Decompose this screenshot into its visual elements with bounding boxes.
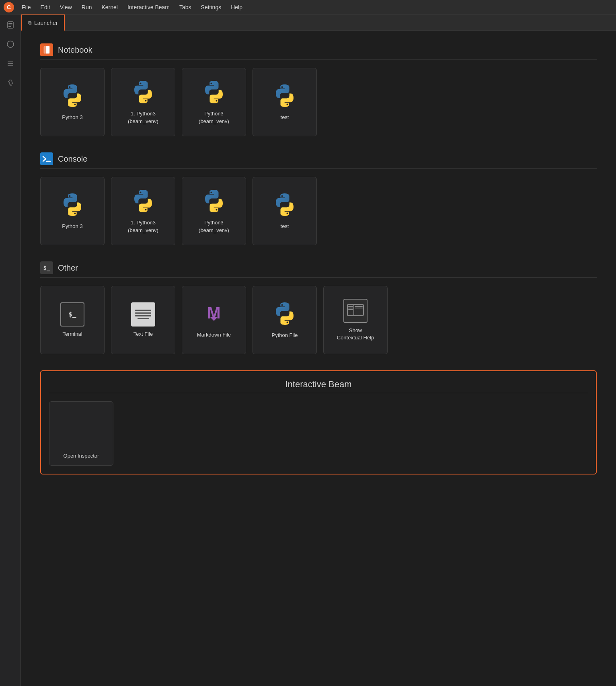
other-section: $_ Other $_ Terminal (40, 261, 597, 354)
console-title: Console (58, 154, 87, 164)
python3-icon (60, 83, 85, 110)
card-label-python3-beam-notebook: Python3(beam_venv) (199, 110, 229, 125)
python3-beam-icon (201, 79, 227, 106)
notebook-icon (40, 43, 53, 56)
kernel-menu[interactable]: Kernel (97, 2, 121, 12)
card-label-pythonfile: Python File (271, 332, 298, 339)
card-contextual-help[interactable]: ShowContextual Help (323, 286, 388, 354)
card-label-textfile: Text File (133, 331, 153, 338)
card-label-open-inspector: Open Inspector (64, 453, 99, 459)
files-icon[interactable] (3, 18, 18, 32)
python3-beam1-icon (130, 79, 156, 106)
notebook-cards: Python 3 1. Python3(beam_venv) Python3(b… (40, 68, 597, 136)
card-python3-console[interactable]: Python 3 (40, 177, 105, 245)
edit-menu[interactable]: Edit (37, 2, 54, 12)
run-menu[interactable]: Run (78, 2, 96, 12)
card-label-python3-beam-console: Python3(beam_venv) (199, 219, 229, 234)
help-menu[interactable]: Help (227, 2, 246, 12)
interactive-beam-divider (49, 393, 588, 393)
tab-external-icon: ⧉ (28, 20, 32, 26)
card-open-inspector[interactable]: Open Inspector (49, 401, 113, 466)
card-label-python3-beam1-notebook: 1. Python3(beam_venv) (128, 110, 158, 125)
svg-rect-7 (8, 62, 13, 62)
python3-console-icon (60, 192, 85, 219)
python3-beam1-console-icon (130, 188, 156, 215)
interactive-beam-title: Interactive Beam (49, 379, 588, 390)
file-menu[interactable]: File (18, 2, 35, 12)
content-area: ⧉ Launcher Notebook (21, 14, 616, 686)
notebook-header: Notebook (40, 43, 597, 56)
card-pythonfile[interactable]: Python File (253, 286, 317, 354)
tabs-menu[interactable]: Tabs (175, 2, 195, 12)
view-menu[interactable]: View (56, 2, 76, 12)
interactive-beam-menu[interactable]: Interactive Beam (123, 2, 174, 12)
other-cards: $_ Terminal Text File (40, 286, 597, 354)
card-terminal[interactable]: $_ Terminal (40, 286, 105, 354)
console-divider (40, 168, 597, 169)
svg-rect-20 (355, 308, 363, 308)
card-test-notebook[interactable]: test (253, 68, 317, 136)
python3-beam-console-icon (201, 188, 227, 215)
interactive-beam-section: Interactive Beam Open Inspector (40, 370, 597, 474)
settings-menu[interactable]: Settings (197, 2, 226, 12)
launcher-content: Notebook Python 3 1. Python3(beam_venv) (21, 31, 616, 686)
card-python3-notebook[interactable]: Python 3 (40, 68, 105, 136)
other-title: Other (58, 263, 78, 273)
card-label-python3-console: Python 3 (62, 223, 82, 230)
card-label-terminal: Terminal (62, 331, 82, 338)
sidebar (0, 14, 21, 686)
card-label-markdown: Markdown File (197, 331, 231, 339)
notebook-title: Notebook (58, 45, 92, 55)
list-icon[interactable] (3, 56, 18, 71)
card-label-test-notebook: test (281, 114, 289, 121)
contextual-help-icon (343, 299, 368, 323)
console-section: Console Python 3 1. Python3(beam_venv) P… (40, 152, 597, 245)
svg-rect-8 (8, 63, 13, 64)
markdown-icon: M (201, 302, 227, 327)
card-label-test-console: test (281, 223, 289, 230)
svg-rect-4 (8, 25, 12, 26)
card-textfile[interactable]: Text File (111, 286, 175, 354)
circle-icon[interactable] (3, 37, 18, 51)
puzzle-icon[interactable] (3, 76, 18, 90)
other-icon: $_ (40, 261, 53, 274)
svg-rect-3 (8, 23, 12, 24)
launcher-tab[interactable]: ⧉ Launcher (21, 14, 65, 31)
notebook-divider (40, 60, 597, 60)
card-label-contextual-help: ShowContextual Help (337, 327, 374, 341)
tab-bar: ⧉ Launcher (21, 14, 616, 31)
test-icon-notebook (272, 83, 298, 110)
svg-point-6 (7, 41, 14, 47)
card-python3-beam1-console[interactable]: 1. Python3(beam_venv) (111, 177, 175, 245)
other-divider (40, 277, 597, 278)
svg-rect-18 (348, 309, 353, 310)
textfile-icon (131, 302, 155, 327)
svg-rect-17 (348, 308, 353, 308)
card-python3-beam-console[interactable]: Python3(beam_venv) (182, 177, 246, 245)
svg-text:C: C (7, 4, 11, 10)
other-header: $_ Other (40, 261, 597, 274)
interactive-beam-cards: Open Inspector (49, 401, 588, 466)
pythonfile-icon (272, 301, 298, 328)
tab-label: Launcher (34, 20, 57, 26)
console-icon (40, 152, 53, 165)
notebook-section: Notebook Python 3 1. Python3(beam_venv) (40, 43, 597, 136)
card-label-python3-beam1-console: 1. Python3(beam_venv) (128, 219, 158, 234)
card-python3-beam-notebook[interactable]: Python3(beam_venv) (182, 68, 246, 136)
card-markdown[interactable]: M Markdown File (182, 286, 246, 354)
card-python3-beam1-notebook[interactable]: 1. Python3(beam_venv) (111, 68, 175, 136)
svg-rect-19 (355, 306, 363, 307)
svg-rect-10 (43, 46, 50, 54)
console-header: Console (40, 152, 597, 165)
menubar: C File Edit View Run Kernel Interactive … (0, 0, 616, 14)
terminal-icon: $_ (60, 302, 84, 327)
card-label-python3-notebook: Python 3 (62, 114, 82, 121)
main-layout: ⧉ Launcher Notebook (0, 14, 616, 686)
svg-rect-16 (348, 306, 353, 307)
svg-rect-9 (8, 65, 13, 66)
svg-rect-5 (8, 26, 11, 27)
console-cards: Python 3 1. Python3(beam_venv) Python3(b… (40, 177, 597, 245)
card-test-console[interactable]: test (253, 177, 317, 245)
app-logo: C (3, 2, 14, 13)
test-console-icon (272, 192, 298, 219)
